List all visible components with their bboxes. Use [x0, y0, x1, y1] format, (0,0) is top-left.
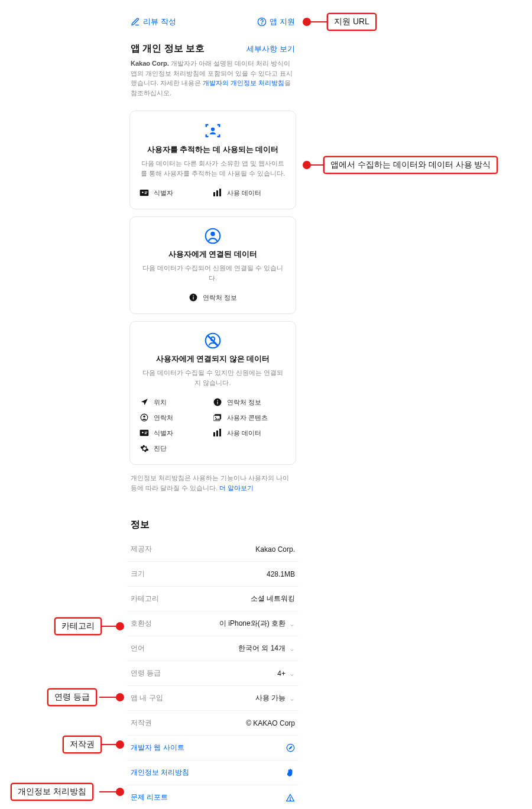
info-link-developer-website[interactable]: 개발자 웹 사이트 [127, 736, 299, 761]
hand-icon [286, 768, 295, 778]
chevron-down-icon: ⌄ [289, 694, 295, 703]
value: 한국어 외 14개⌄ [238, 643, 295, 653]
chevron-down-icon: ⌄ [289, 620, 295, 628]
developer-privacy-link[interactable]: 개발자의 개인정보 처리방침 [203, 79, 284, 86]
data-item-diagnostics: 진단 [140, 441, 213, 456]
svg-rect-29 [145, 433, 147, 434]
privacy-footer-note: 개인정보 처리방침은 사용하는 기능이나 사용자의 나이 등에 따라 달라질 수… [127, 472, 299, 499]
label: 호환성 [131, 619, 152, 629]
information-section: 정보 제공자 Kakao Corp. 크기 428.1MB 카테고리 소셜 네트… [127, 515, 299, 809]
info-link-privacy-policy[interactable]: 개인정보 처리방침 [127, 761, 299, 785]
label: 연락처 정보 [203, 293, 237, 302]
write-review-link[interactable]: 리뷰 작성 [131, 17, 176, 27]
svg-rect-7 [213, 192, 215, 196]
value: 428.1MB [267, 570, 295, 578]
value: 사용 가능⌄ [255, 693, 295, 703]
label: 제공자 [131, 544, 152, 554]
svg-rect-5 [145, 192, 148, 192]
data-item-usage: 사용 데이터 [213, 185, 286, 200]
svg-point-25 [215, 416, 216, 418]
user-icon [140, 413, 149, 422]
info-icon [213, 397, 222, 407]
annotation-connector [99, 791, 117, 792]
svg-point-36 [290, 800, 290, 800]
data-item-user-content: 사용자 콘텐츠 [213, 410, 286, 425]
data-item-contacts: 연락처 [140, 410, 213, 425]
svg-rect-6 [145, 193, 147, 194]
label: 카테고리 [131, 594, 159, 604]
annotation-data-usage: 앱에서 수집하는 데이터와 데이터 사용 방식 [323, 156, 498, 174]
svg-rect-30 [213, 432, 215, 436]
svg-rect-8 [216, 190, 218, 196]
label: 식별자 [154, 189, 173, 198]
info-icon [189, 293, 198, 302]
privacy-card-linked: 사용자에게 연결된 데이터 다음 데이터가 수집되어 신원에 연결될 수 있습니… [129, 216, 296, 314]
privacy-description: Kakao Corp. 개발자가 아래 설명된 데이터 처리 방식이 앱의 개인… [127, 59, 299, 103]
info-row-age-rating[interactable]: 연령 등급 4+⌄ [127, 661, 299, 686]
annotation-age-rating: 연령 등급 [47, 688, 97, 706]
app-support-link[interactable]: 앱 지원 [257, 17, 295, 27]
write-review-label: 리뷰 작성 [143, 17, 176, 27]
privacy-details-link[interactable]: 세부사항 보기 [246, 44, 295, 54]
chart-icon [213, 428, 222, 438]
annotation-connector [99, 626, 117, 627]
id-card-icon [140, 428, 149, 438]
privacy-header: 앱 개인 정보 보호 세부사항 보기 [127, 37, 299, 59]
card-unlinked-title: 사용자에게 연결되지 않은 데이터 [140, 354, 286, 364]
label: 연령 등급 [131, 668, 161, 678]
label: 저작권 [131, 718, 152, 728]
label: 사용 데이터 [227, 189, 261, 198]
info-heading: 정보 [127, 515, 299, 537]
label: 연락처 정보 [227, 398, 261, 407]
value: 4+⌄ [277, 669, 295, 678]
card-linked-items: 연락처 정보 [140, 290, 286, 305]
svg-point-20 [217, 400, 218, 401]
svg-point-27 [142, 432, 144, 433]
value: 이 iPhone와(과) 호환⌄ [219, 619, 295, 629]
chart-icon [213, 188, 222, 198]
label: 언어 [131, 643, 145, 653]
privacy-card-tracking: 사용자를 추적하는 데 사용되는 데이터 다음 데이터는 다른 회사가 소유한 … [129, 111, 296, 209]
app-store-column: 리뷰 작성 앱 지원 앱 개인 정보 보호 세부사항 보기 Kakao Corp… [127, 17, 299, 809]
data-item-identifiers: 식별자 [140, 185, 213, 200]
data-item-usage: 사용 데이터 [213, 425, 286, 441]
annotation-dot [116, 693, 124, 701]
data-item-contact-info: 연락처 정보 [140, 290, 286, 305]
card-unlinked-items: 위치 연락처 정보 연락처 사용자 콘텐츠 식별자 사용 데이터 [140, 394, 286, 456]
value: Kakao Corp. [255, 545, 295, 554]
card-tracking-body: 다음 데이터는 다른 회사가 소유한 앱 및 웹사이트를 통해 사용자를 추적하… [140, 158, 286, 178]
label: 사용 데이터 [227, 429, 261, 438]
location-icon [140, 397, 149, 407]
svg-rect-28 [145, 432, 148, 432]
developer-name: Kakao Corp. [131, 60, 169, 67]
info-row-provider: 제공자 Kakao Corp. [127, 537, 299, 562]
svg-rect-19 [217, 402, 218, 405]
info-row-in-app-purchase[interactable]: 앱 내 구입 사용 가능⌄ [127, 686, 299, 711]
info-link-report-problem[interactable]: 문제 리포트 [127, 785, 299, 809]
card-unlinked-body: 다음 데이터가 수집될 수 있지만 신원에는 연결되지 않습니다. [140, 368, 286, 387]
media-icon [213, 413, 222, 422]
info-row-language[interactable]: 언어 한국어 외 14개⌄ [127, 636, 299, 661]
svg-point-4 [142, 192, 144, 193]
data-item-identifiers: 식별자 [140, 425, 213, 441]
annotation-connector [99, 744, 117, 745]
annotation-support-url: 지원 URL [327, 13, 377, 31]
label: 앱 내 구입 [131, 693, 163, 703]
label: 식별자 [154, 429, 173, 438]
user-circle-icon [140, 228, 286, 244]
svg-rect-24 [213, 415, 220, 420]
annotation-dot [116, 740, 124, 749]
annotation-category: 카테고리 [54, 617, 102, 635]
info-row-compatibility[interactable]: 호환성 이 iPhone와(과) 호환⌄ [127, 611, 299, 636]
app-support-label: 앱 지원 [270, 17, 295, 27]
annotation-copyright: 저작권 [63, 736, 102, 753]
label: 개인정보 처리방침 [131, 768, 189, 778]
svg-rect-26 [140, 430, 149, 436]
compass-icon [286, 743, 295, 753]
learn-more-link[interactable]: 더 알아보기 [219, 484, 254, 491]
svg-rect-9 [219, 189, 221, 196]
annotation-connector [310, 21, 327, 22]
svg-point-22 [143, 416, 145, 418]
svg-rect-32 [219, 429, 221, 436]
privacy-card-unlinked: 사용자에게 연결되지 않은 데이터 다음 데이터가 수집될 수 있지만 신원에는… [129, 321, 296, 465]
